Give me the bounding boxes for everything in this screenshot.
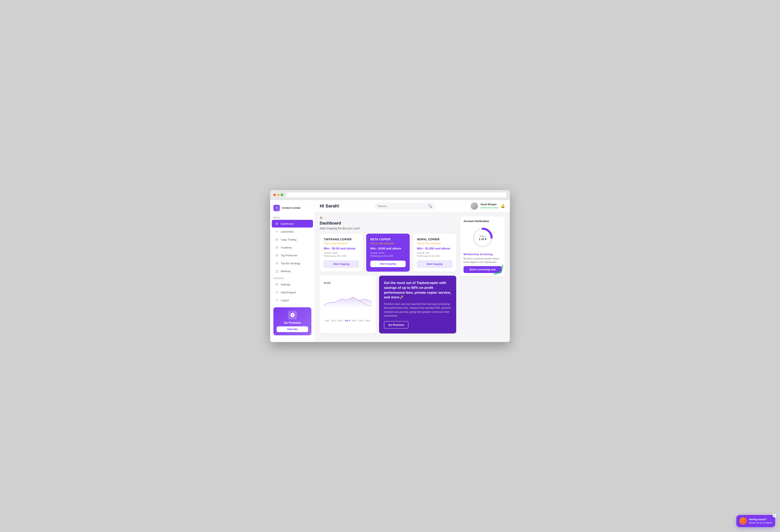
sidebar-item-dashboard[interactable]: ⊞ Dashboard bbox=[272, 220, 313, 227]
logo-icon: T bbox=[274, 205, 280, 211]
chart-label-sep5: Sep 5 bbox=[352, 319, 357, 322]
webinar-icon: 🕐 bbox=[275, 269, 279, 273]
sidebar-label-top-performer: Top Performer bbox=[281, 254, 297, 257]
copier-fee-beta: Performance Fee: 50% bbox=[370, 255, 405, 257]
chat-close-button[interactable]: × bbox=[773, 514, 776, 517]
membership-title: Membership Screening bbox=[464, 253, 502, 256]
breadcrumb: 🏠 > bbox=[320, 216, 456, 219]
copier-fee-tintrano: Performance Fee: 50% bbox=[324, 255, 359, 257]
sidebar-label-listed-bots: Listed Bots bbox=[281, 230, 294, 233]
copier-min-beta: Min:- $100 and above bbox=[370, 247, 405, 250]
sidebar-item-logout[interactable]: ↩ Logout bbox=[272, 296, 313, 304]
svg-text:1 of 4: 1 of 4 bbox=[479, 237, 486, 241]
chat-avatar bbox=[740, 517, 747, 525]
chart-label-sep2: Sep 2 bbox=[331, 319, 336, 322]
address-bar[interactable] bbox=[286, 192, 506, 198]
general-section-label: GENERAL bbox=[270, 275, 314, 280]
sidebar-item-top-bot-strategy[interactable]: ⊟ Top Bot Strategy bbox=[272, 259, 313, 267]
sidebar-label-top-bot-strategy: Top Bot Strategy bbox=[281, 262, 300, 265]
page-title: Dashboard bbox=[320, 221, 456, 225]
sidebar-label-help: Help/Support bbox=[281, 291, 296, 294]
copier-name-tintrano: TINTRANO COPIER bbox=[324, 238, 359, 241]
settings-icon: ⚙ bbox=[275, 282, 279, 286]
sidebar-item-top-performer[interactable]: ⊟ Top Performer bbox=[272, 252, 313, 259]
sidebar-label-settings: Settings bbox=[281, 283, 290, 286]
sidebar: T TOPBOTCOPIER MENU ⊞ Dashboard ≡ Listed… bbox=[270, 200, 315, 342]
premium-title: Go Premium bbox=[277, 321, 308, 324]
copier-card-beta: BETA COPIER Click to View myFxbook Min:-… bbox=[366, 233, 409, 272]
sidebar-item-copy-trading[interactable]: ⊟ Copy Trading bbox=[272, 236, 313, 244]
page-subtitle: Start Copying the Bot you Love! bbox=[320, 227, 456, 230]
page-body: 🏠 > Dashboard Start Copying the Bot you … bbox=[315, 212, 510, 337]
academy-icon: ⊟ bbox=[275, 246, 279, 249]
sidebar-item-webinar[interactable]: 🕐 Webinar bbox=[272, 267, 313, 275]
status-donut: Status 1 of 4 bbox=[471, 225, 495, 250]
browser-toolbar bbox=[270, 190, 510, 200]
copy-trading-icon: ⊟ bbox=[275, 238, 279, 241]
premium-banner-title: Get the most out of Topbotcopier with sa… bbox=[384, 280, 451, 300]
close-dot[interactable] bbox=[274, 194, 276, 196]
svg-point-1 bbox=[352, 297, 353, 298]
sidebar-logo: T TOPBOTCOPIER bbox=[270, 203, 314, 215]
user-avatar bbox=[471, 202, 478, 210]
chat-text: Having issues? Reach out to our Agent bbox=[749, 518, 772, 524]
chart-label-sep1: Sep1 bbox=[325, 319, 329, 322]
minimize-dot[interactable] bbox=[277, 194, 280, 196]
copier-min-tintrano: Min:- $5.00 and above bbox=[324, 247, 359, 250]
av-donut: Status 1 of 4 bbox=[464, 225, 502, 250]
start-copying-tintrano[interactable]: Start Copying bbox=[324, 261, 359, 268]
sidebar-label-copy-trading: Copy Trading bbox=[281, 238, 296, 241]
header-greeting: Hi Sarah! bbox=[320, 203, 339, 209]
top-header: Hi Sarah! 🔍 Sarah Morgan Verified/Screen… bbox=[315, 200, 510, 212]
top-bot-strategy-icon: ⊟ bbox=[275, 261, 279, 265]
premium-banner-desc: Premium users can now maximize their ear… bbox=[384, 302, 451, 318]
start-copying-beta[interactable]: Start Copying bbox=[370, 261, 405, 267]
logo-text: TOPBOTCOPIER bbox=[282, 207, 301, 209]
sidebar-item-settings[interactable]: ⚙ Settings bbox=[272, 280, 313, 288]
maximize-dot[interactable] bbox=[281, 194, 283, 196]
page-main: 🏠 > Dashboard Start Copying the Bot you … bbox=[320, 216, 456, 333]
chart-label-sep4: Sep 4 bbox=[345, 319, 350, 322]
menu-section-label: MENU bbox=[270, 215, 314, 220]
performance-chart bbox=[324, 285, 372, 318]
premium-banner: Get the most out of Topbotcopier with sa… bbox=[379, 276, 456, 333]
bottom-row: $3,000 bbox=[320, 276, 456, 333]
chart-label-sep6: Sep 6 bbox=[359, 319, 364, 322]
copier-link-beta[interactable]: Click to View myFxbook bbox=[370, 242, 405, 245]
svg-text:Status: Status bbox=[479, 235, 486, 237]
chat-subtitle: Reach out to our Agent bbox=[749, 521, 772, 524]
copier-overall-nopal: Overall: 91% bbox=[417, 252, 452, 254]
copier-overall-tintrano: Overall: 320% bbox=[324, 252, 359, 254]
sidebar-label-academy: Academy bbox=[281, 246, 292, 249]
sidebar-item-help-support[interactable]: ℹ Help/Support bbox=[272, 288, 313, 296]
sidebar-item-academy[interactable]: ⊟ Academy bbox=[272, 244, 313, 251]
copier-link-tintrano[interactable]: Click to View myFxbook bbox=[324, 242, 359, 245]
search-input[interactable] bbox=[378, 205, 427, 208]
search-box[interactable]: 🔍 bbox=[375, 203, 436, 210]
go-premium-button[interactable]: Go Premium bbox=[384, 321, 408, 329]
subscribe-button[interactable]: Subcribe bbox=[277, 326, 308, 332]
chart-peak-label: $3,000 bbox=[324, 282, 372, 284]
copier-name-nopal: NOPAL COPIER bbox=[417, 238, 452, 241]
breadcrumb-home[interactable]: 🏠 bbox=[320, 216, 323, 219]
copier-card-tintrano: TINTRANO COPIER Click to View myFxbook M… bbox=[320, 233, 363, 272]
user-name: Sarah Morgan bbox=[480, 203, 498, 206]
premium-icon bbox=[288, 311, 297, 319]
chart-label-sep3: Sep 3 bbox=[338, 319, 343, 322]
start-copying-nopal[interactable]: Start Copying bbox=[417, 261, 452, 268]
top-performer-icon: ⊟ bbox=[275, 254, 279, 257]
header-right: Sarah Morgan Verified/Screened 🔔 bbox=[471, 202, 505, 210]
notification-icon[interactable]: 🔔 bbox=[500, 204, 505, 208]
copier-name-beta: BETA COPIER bbox=[370, 238, 405, 241]
copier-min-nopal: Min:- $1,000 and above bbox=[417, 247, 452, 250]
page-sidebar: Account Verification Status 1 of 4 bbox=[460, 216, 505, 333]
browser-dots bbox=[274, 194, 283, 196]
sidebar-label-dashboard: Dashboard bbox=[281, 222, 294, 225]
sidebar-item-listed-bots[interactable]: ≡ Listed Bots bbox=[272, 228, 313, 235]
chart-area: $3,000 bbox=[320, 276, 376, 333]
membership-desc: Become a screened member before being el… bbox=[464, 257, 502, 264]
copier-link-nopal[interactable]: Click to View myFxbook bbox=[417, 242, 452, 245]
membership-section: Membership Screening Become a screened m… bbox=[464, 253, 502, 273]
copier-fee-nopal: Performance Fee: 50% bbox=[417, 255, 452, 257]
chat-widget[interactable]: × Having issues? Reach out to our Agent bbox=[736, 515, 775, 527]
